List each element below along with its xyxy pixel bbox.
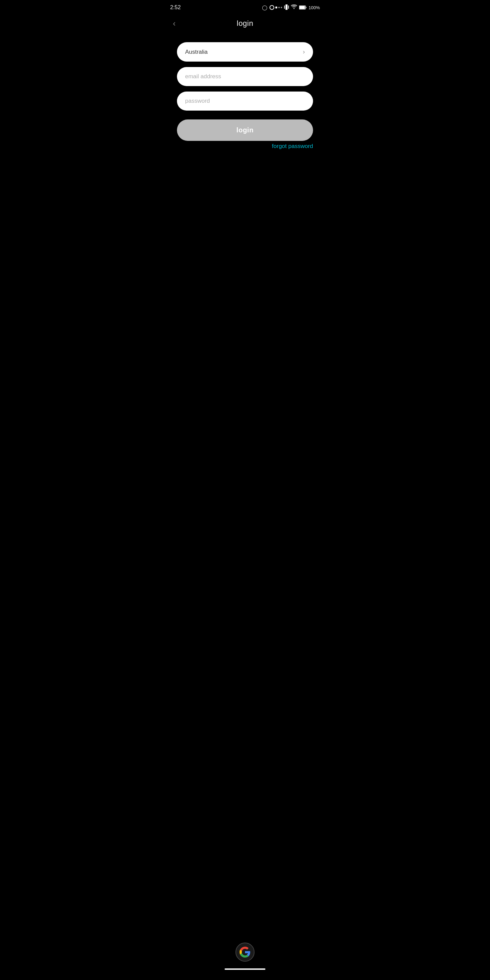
home-indicator: [224, 969, 266, 970]
country-selector-text: Australia: [185, 49, 208, 56]
forgot-password-container: forgot password: [163, 143, 327, 150]
google-icon: [240, 947, 250, 958]
wifi-icon: [291, 5, 297, 11]
login-form: Australia › login: [163, 42, 327, 141]
password-input[interactable]: [177, 92, 313, 111]
back-button[interactable]: ‹: [170, 18, 178, 30]
circle-icon: ◯: [262, 5, 267, 10]
login-button[interactable]: login: [177, 119, 313, 141]
status-bar: 2:52 ◯: [163, 0, 327, 15]
google-button[interactable]: [235, 943, 255, 962]
svg-rect-4: [299, 6, 305, 9]
forgot-password-button[interactable]: forgot password: [272, 143, 313, 150]
dot-1: [269, 5, 274, 10]
country-selector[interactable]: Australia ›: [177, 42, 313, 62]
battery-icon: [299, 5, 307, 10]
chevron-right-icon: ›: [303, 48, 305, 56]
svg-rect-5: [305, 7, 306, 8]
svg-rect-0: [285, 5, 288, 10]
email-input[interactable]: [177, 67, 313, 86]
svg-rect-1: [284, 5, 285, 9]
page-title: login: [237, 19, 253, 28]
battery-percent: 100%: [309, 5, 320, 10]
notification-dots: [269, 5, 282, 10]
dot-4: [281, 7, 282, 8]
svg-rect-2: [288, 5, 289, 9]
bottom-nav: [224, 943, 266, 970]
vibrate-icon: [284, 5, 289, 11]
status-time: 2:52: [170, 5, 181, 11]
status-icons: ◯: [262, 5, 320, 11]
dot-3: [278, 7, 280, 8]
dot-2: [275, 6, 277, 8]
top-nav: ‹ login: [163, 15, 327, 32]
